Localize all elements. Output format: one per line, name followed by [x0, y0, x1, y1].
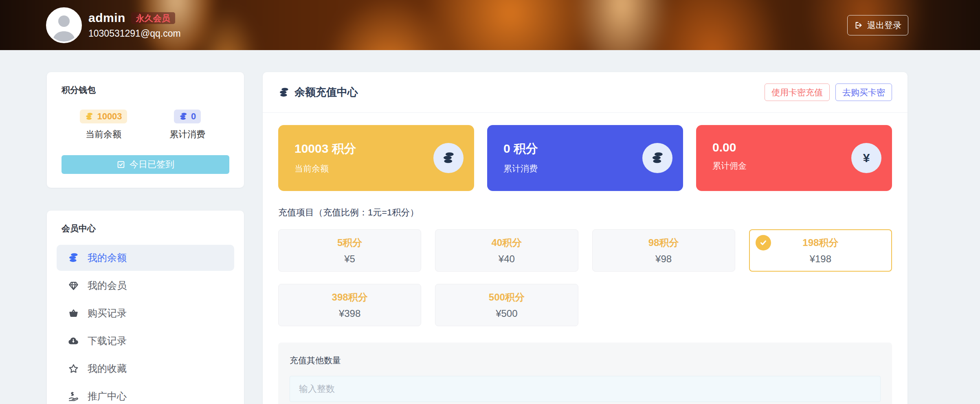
user-info: admin 永久会员 1030531291@qq.com	[46, 7, 181, 43]
coins-icon	[85, 112, 94, 121]
other-amount-label: 充值其他数量	[290, 355, 881, 366]
person-icon	[48, 9, 80, 42]
username: admin	[88, 11, 125, 25]
sidebar-item-label: 购买记录	[88, 307, 127, 320]
member-menu: 我的余额 我的会员	[57, 245, 234, 404]
option-price: ¥98	[655, 253, 672, 265]
header: admin 永久会员 1030531291@qq.com 退出登录	[0, 0, 980, 50]
content: 积分钱包 10003 当前余额	[0, 50, 980, 404]
recharge-options: 5积分 ¥5 40积分 ¥40 98积分 ¥98	[278, 229, 892, 326]
sidebar-item-label: 下载记录	[88, 334, 127, 347]
signin-button[interactable]: 今日已签到	[62, 155, 229, 174]
stat-label: 当前余额	[294, 163, 458, 174]
balance-label: 当前余额	[62, 128, 145, 141]
user-meta: admin 永久会员 1030531291@qq.com	[88, 11, 181, 39]
sign-out-icon	[854, 21, 863, 30]
star-icon	[67, 363, 79, 374]
coins-icon	[433, 143, 464, 173]
check-square-icon	[116, 160, 125, 169]
recharge-option-98[interactable]: 98积分 ¥98	[592, 229, 735, 272]
recharge-option-500[interactable]: 500积分 ¥500	[435, 284, 578, 326]
option-points: 98积分	[648, 236, 679, 249]
avatar[interactable]	[46, 7, 82, 43]
stat-label: 累计消费	[503, 163, 667, 174]
consumed-value: 0	[191, 112, 196, 121]
sidebar-item-purchase-history[interactable]: 购买记录	[57, 300, 234, 326]
wallet-title: 积分钱包	[62, 84, 229, 96]
consumed-label: 累计消费	[145, 128, 229, 141]
stat-card-balance: 10003 积分 当前余额	[278, 125, 474, 191]
stat-label: 累计佣金	[712, 160, 876, 171]
sidebar-item-promotion-center[interactable]: 推广中心	[57, 383, 234, 404]
option-price: ¥5	[344, 253, 355, 265]
balance-value: 10003	[97, 112, 122, 121]
panel-title-label: 余额充值中心	[294, 85, 358, 99]
vip-badge: 永久会员	[131, 12, 175, 24]
sidebar-item-download-history[interactable]: 下载记录	[57, 328, 234, 354]
option-points: 198积分	[802, 236, 838, 249]
coins-icon	[642, 143, 672, 173]
sidebar: 积分钱包 10003 当前余额	[47, 72, 244, 404]
wallet-stat-balance: 10003 当前余额	[62, 110, 145, 141]
buy-card-button[interactable]: 去购买卡密	[835, 83, 892, 101]
option-points: 40积分	[492, 236, 522, 249]
sidebar-item-label: 我的收藏	[88, 362, 127, 375]
recharge-panel: 余额充值中心 使用卡密充值 去购买卡密 10003 积分 当前余额	[263, 72, 907, 404]
stat-card-consumed: 0 积分 累计消费	[487, 125, 683, 191]
cloud-download-icon	[67, 335, 79, 347]
wallet-stats: 10003 当前余额 0	[62, 110, 229, 141]
panel-body: 10003 积分 当前余额 0 积分 累计消费	[263, 113, 907, 404]
member-title: 会员中心	[57, 223, 234, 234]
signin-label: 今日已签到	[130, 158, 174, 171]
option-price: ¥198	[810, 253, 831, 265]
balance-pill: 10003	[80, 110, 127, 123]
sidebar-item-my-balance[interactable]: 我的余额	[57, 245, 234, 271]
other-amount-input[interactable]	[290, 376, 881, 402]
option-points: 5积分	[337, 236, 362, 249]
other-amount-box: 充值其他数量	[278, 343, 892, 404]
logout-button[interactable]: 退出登录	[847, 15, 908, 35]
option-points: 398积分	[332, 291, 368, 304]
option-price: ¥500	[496, 308, 517, 319]
recharge-option-5[interactable]: 5积分 ¥5	[278, 229, 421, 272]
recharge-option-398[interactable]: 398积分 ¥398	[278, 284, 421, 326]
panel-header: 余额充值中心 使用卡密充值 去购买卡密	[263, 72, 907, 113]
sidebar-item-label: 我的余额	[88, 251, 127, 264]
wallet-card: 积分钱包 10003 当前余额	[47, 72, 244, 188]
sidebar-item-my-membership[interactable]: 我的会员	[57, 272, 234, 299]
hand-dollar-icon	[67, 391, 79, 402]
panel-title: 余额充值中心	[278, 85, 358, 99]
logout-label: 退出登录	[867, 20, 901, 31]
consumed-pill: 0	[174, 110, 201, 123]
use-card-recharge-button[interactable]: 使用卡密充值	[765, 83, 830, 101]
yen-icon: ¥	[851, 143, 881, 173]
stat-value: 0.00	[712, 141, 876, 154]
coins-icon	[67, 252, 79, 263]
option-points: 500积分	[489, 291, 525, 304]
recharge-option-198-selected[interactable]: 198积分 ¥198	[749, 229, 892, 272]
coins-icon	[278, 87, 290, 98]
user-email: 1030531291@qq.com	[88, 28, 181, 39]
gem-icon	[67, 280, 79, 291]
check-icon	[756, 235, 771, 250]
stat-card-commission: 0.00 累计佣金 ¥	[696, 125, 892, 191]
sidebar-item-label: 推广中心	[88, 390, 127, 403]
basket-icon	[67, 308, 79, 319]
wallet-stat-consumed: 0 累计消费	[145, 110, 229, 141]
sidebar-item-my-favorites[interactable]: 我的收藏	[57, 356, 234, 382]
member-card: 会员中心 我的余额	[47, 211, 244, 404]
option-price: ¥398	[339, 308, 360, 319]
sidebar-item-label: 我的会员	[88, 279, 127, 292]
option-price: ¥40	[499, 253, 515, 265]
recharge-section-title: 充值项目（充值比例：1元=1积分）	[278, 206, 892, 219]
recharge-option-40[interactable]: 40积分 ¥40	[435, 229, 578, 272]
coins-icon	[179, 112, 188, 121]
stat-cards: 10003 积分 当前余额 0 积分 累计消费	[278, 125, 892, 191]
panel-actions: 使用卡密充值 去购买卡密	[765, 83, 892, 101]
